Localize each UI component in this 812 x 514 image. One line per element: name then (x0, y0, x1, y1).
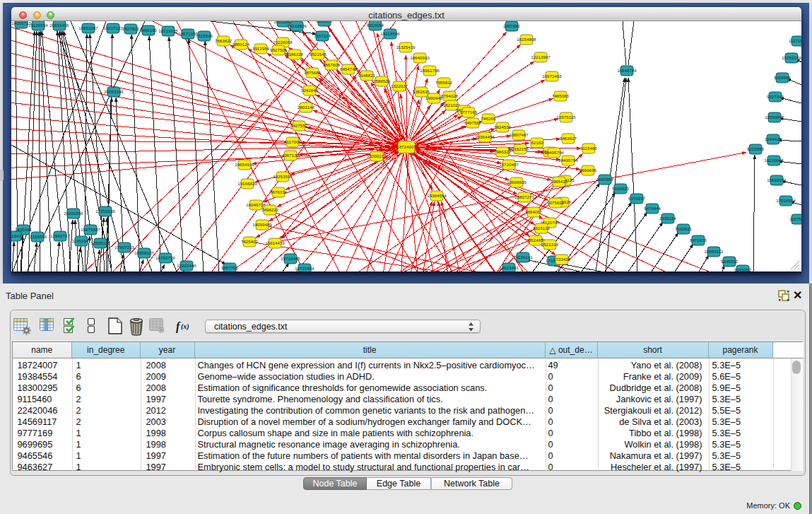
svg-text:1167530: 1167530 (789, 216, 801, 221)
svg-text:9245052: 9245052 (721, 259, 739, 264)
svg-text:10654112: 10654112 (704, 249, 724, 254)
svg-text:12975115: 12975115 (556, 115, 576, 119)
svg-text:11325419: 11325419 (396, 45, 416, 49)
svg-text:18495794: 18495794 (544, 150, 564, 155)
svg-text:16046738: 16046738 (246, 202, 266, 207)
svg-text:10688609: 10688609 (507, 180, 526, 185)
svg-text:f: f (176, 320, 181, 333)
svg-text:15751074: 15751074 (782, 55, 801, 60)
svg-text:10721654: 10721654 (295, 266, 314, 271)
svg-text:16961758: 16961758 (420, 68, 440, 73)
svg-text:5938923: 5938923 (612, 186, 630, 191)
svg-text:2667608: 2667608 (323, 62, 341, 67)
svg-text:15692971: 15692971 (767, 177, 787, 182)
svg-text:3684067: 3684067 (525, 209, 543, 214)
svg-text:9115460: 9115460 (580, 146, 597, 151)
svg-text:7632621: 7632621 (675, 226, 693, 231)
svg-text:7485063: 7485063 (552, 93, 570, 98)
svg-text:19654916: 19654916 (235, 162, 254, 167)
svg-text:16648784: 16648784 (617, 68, 637, 73)
svg-text:3267130: 3267130 (282, 153, 300, 158)
svg-text:16154808: 16154808 (517, 37, 536, 42)
svg-text:6497568: 6497568 (464, 120, 482, 125)
svg-text:3912954: 3912954 (252, 46, 270, 51)
svg-text:15720407: 15720407 (499, 162, 519, 167)
svg-text:8427552: 8427552 (290, 123, 308, 128)
svg-text:9857791: 9857791 (221, 265, 239, 270)
svg-text:10719155: 10719155 (158, 28, 178, 33)
svg-text:7625402: 7625402 (241, 239, 259, 244)
svg-text:1965415: 1965415 (551, 179, 568, 184)
svg-text:12505135: 12505135 (90, 240, 110, 245)
svg-text:23226058: 23226058 (273, 40, 293, 45)
svg-text:14136141: 14136141 (513, 255, 533, 259)
svg-text:18495794: 18495794 (558, 158, 578, 163)
svg-text:11451947: 11451947 (71, 238, 91, 243)
svg-text:9474444: 9474444 (644, 206, 661, 211)
svg-text:2935114: 2935114 (659, 216, 676, 221)
svg-text:18640910: 18640910 (410, 55, 430, 60)
svg-text:16914479: 16914479 (265, 240, 285, 245)
svg-text:16033809: 16033809 (287, 23, 307, 28)
svg-text:1362615: 1362615 (413, 89, 430, 94)
svg-text:10807487: 10807487 (509, 132, 529, 137)
svg-text:18724007: 18724007 (396, 144, 416, 149)
svg-text:1527602: 1527602 (122, 26, 140, 31)
svg-text:18807273: 18807273 (514, 194, 534, 199)
svg-text:9521546: 9521546 (310, 52, 327, 57)
svg-text:19384554: 19384554 (427, 193, 447, 198)
svg-text:12942737: 12942737 (50, 233, 70, 238)
svg-text:7986322: 7986322 (494, 149, 512, 154)
svg-text:9777169: 9777169 (460, 110, 478, 115)
svg-text:11156849: 11156849 (28, 234, 47, 239)
svg-text:7515526: 7515526 (196, 33, 213, 38)
svg-text:2522314: 2522314 (541, 242, 559, 247)
svg-text:12213967: 12213967 (531, 54, 551, 59)
svg-text:1244415: 1244415 (765, 136, 782, 141)
svg-text:1640954: 1640954 (596, 177, 614, 182)
svg-text:12093872: 12093872 (765, 115, 784, 119)
svg-text:9117006: 9117006 (284, 139, 301, 144)
svg-text:14099489: 14099489 (252, 222, 272, 227)
svg-text:7955812: 7955812 (435, 80, 453, 85)
svg-text:9527505: 9527505 (270, 47, 288, 52)
svg-text:3915411: 3915411 (11, 233, 23, 238)
svg-text:9242848: 9242848 (301, 88, 319, 93)
svg-text:(x): (x) (181, 322, 189, 331)
svg-text:1322037: 1322037 (391, 83, 408, 88)
svg-text:746266: 746266 (481, 116, 496, 121)
svg-text:19975887: 19975887 (81, 227, 100, 232)
svg-text:3824534: 3824534 (494, 124, 512, 129)
svg-text:8471676: 8471676 (690, 238, 707, 243)
svg-text:6794028: 6794028 (441, 93, 459, 98)
svg-text:19166829: 19166829 (237, 181, 257, 186)
svg-text:19218596: 19218596 (380, 31, 400, 36)
svg-text:25300213: 25300213 (367, 153, 387, 158)
svg-text:19120554: 19120554 (28, 23, 48, 28)
svg-text:11171954: 11171954 (789, 38, 801, 43)
svg-text:9860124: 9860124 (233, 42, 250, 47)
svg-text:1615132: 1615132 (533, 226, 551, 230)
svg-text:16782759: 16782759 (155, 255, 175, 260)
svg-text:1990448: 1990448 (425, 95, 443, 100)
svg-text:17016504: 17016504 (776, 198, 796, 203)
svg-text:17957223: 17957223 (114, 245, 134, 250)
svg-text:8215958: 8215958 (747, 146, 765, 151)
svg-text:3498222: 3498222 (261, 207, 279, 212)
svg-text:10653267: 10653267 (78, 25, 98, 30)
svg-text:6379197: 6379197 (628, 196, 646, 201)
svg-text:20206556: 20206556 (64, 211, 83, 216)
svg-text:20053346: 20053346 (104, 89, 124, 94)
svg-text:9329966: 9329966 (774, 75, 792, 80)
svg-text:7663822: 7663822 (215, 38, 233, 43)
svg-text:3875685: 3875685 (304, 70, 322, 75)
svg-text:8454749: 8454749 (340, 66, 358, 71)
svg-text:1733426: 1733426 (553, 257, 571, 262)
svg-text:2803144: 2803144 (298, 105, 315, 110)
svg-text:9106357: 9106357 (316, 21, 334, 23)
svg-text:16237123: 16237123 (103, 25, 123, 30)
svg-text:6466160: 6466160 (140, 28, 158, 33)
svg-text:13353594: 13353594 (273, 174, 293, 179)
svg-text:20691406: 20691406 (49, 23, 69, 28)
svg-text:8186328: 8186328 (286, 52, 304, 57)
